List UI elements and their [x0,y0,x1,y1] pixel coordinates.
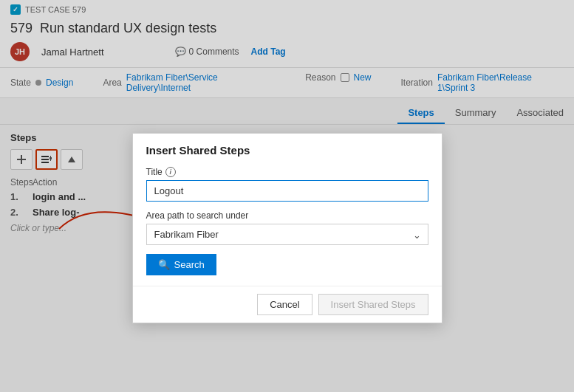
area-path-select-wrapper: Fabrikam Fiber ⌄ [146,224,428,245]
insert-shared-steps-modal: Insert Shared Steps Title i Area path to… [132,133,443,323]
info-icon: i [165,167,176,177]
search-button[interactable]: 🔍 Search [146,254,216,275]
title-field-label: Title i [146,167,428,177]
search-icon: 🔍 [158,259,170,270]
cancel-button[interactable]: Cancel [257,294,312,315]
area-path-label: Area path to search under [146,210,428,221]
modal-body: Title i Area path to search under Fabrik… [133,164,442,286]
modal-title: Insert Shared Steps [133,134,442,164]
title-input[interactable] [146,180,428,202]
title-label-text: Title [146,167,163,177]
search-btn-label: Search [174,259,205,270]
area-path-select[interactable]: Fabrikam Fiber [146,224,428,245]
insert-shared-steps-button[interactable]: Insert Shared Steps [318,294,428,315]
modal-overlay: Insert Shared Steps Title i Area path to… [0,0,574,392]
modal-footer: Cancel Insert Shared Steps [133,286,442,323]
